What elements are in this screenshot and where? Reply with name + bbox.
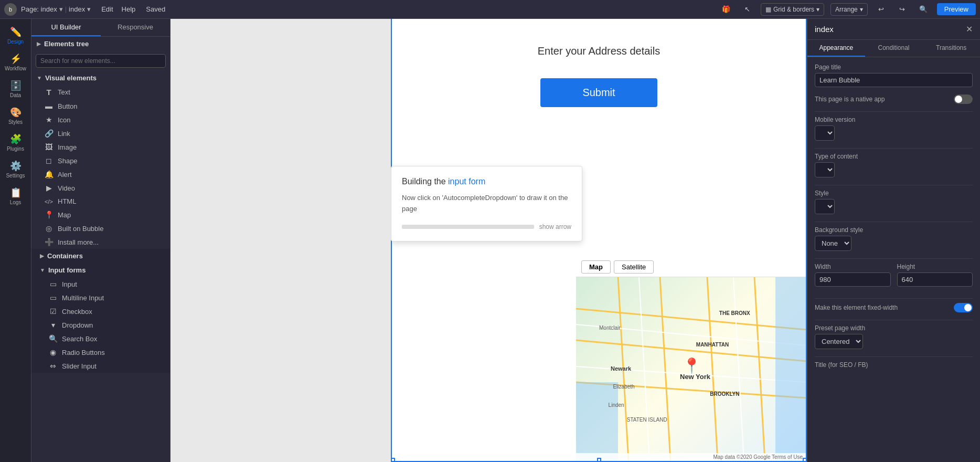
input-forms-header[interactable]: ▼ Input forms xyxy=(31,263,170,277)
left-panel: UI Builder Responsive ▶ Elements tree ▼ … xyxy=(31,19,171,462)
elements-tree-header[interactable]: ▶ Elements tree xyxy=(31,37,170,51)
map-pin: 📍 xyxy=(683,357,701,374)
main-area: ✏️ Design ⚡ Workflow 🗄️ Data 🎨 Styles 🧩 … xyxy=(0,19,980,462)
tab-transitions[interactable]: Transitions xyxy=(922,40,980,57)
redo-btn[interactable]: ↪ xyxy=(895,2,910,17)
input-forms-label: Input forms xyxy=(48,266,86,274)
chevron-down-icon: ▼ xyxy=(37,75,42,81)
element-slider-input[interactable]: ⇔ Slider Input xyxy=(31,359,170,373)
page-select-value[interactable]: index xyxy=(69,5,85,13)
map-tab-map[interactable]: Map xyxy=(581,260,611,274)
search-btn[interactable]: 🔍 xyxy=(916,2,931,17)
cursor-icon-btn[interactable]: ↖ xyxy=(740,2,754,17)
preset-page-width-select[interactable]: Centered xyxy=(815,334,863,349)
page-title-input[interactable] xyxy=(815,73,973,87)
element-image[interactable]: 🖼 Image xyxy=(31,140,170,154)
sidebar-item-data[interactable]: 🗄️ Data xyxy=(2,77,29,101)
submit-btn[interactable]: Submit xyxy=(540,78,657,107)
containers-label: Containers xyxy=(47,252,83,260)
page-selector[interactable]: Page: index ▾ | index ▾ xyxy=(21,5,91,13)
element-search-box[interactable]: 🔍 Search Box xyxy=(31,332,170,345)
element-map[interactable]: 📍 Map xyxy=(31,208,170,222)
sidebar-item-settings[interactable]: ⚙️ Settings xyxy=(2,157,29,182)
field-title-seo: Title (for SEO / FB) xyxy=(815,361,973,369)
undo-btn[interactable]: ↩ xyxy=(874,2,889,17)
map-label-manhattan: MANHATTAN xyxy=(696,342,729,348)
tab-conditional[interactable]: Conditional xyxy=(865,40,923,57)
chevron-right-icon: ▶ xyxy=(37,41,41,47)
help-menu[interactable]: Help xyxy=(122,5,136,13)
element-html[interactable]: </> HTML xyxy=(31,195,170,208)
map-label-newark: Newark xyxy=(611,365,631,372)
fixed-width-toggle[interactable] xyxy=(954,303,973,312)
chevron-down-icon: ▾ xyxy=(860,6,863,13)
element-video[interactable]: ▶ Video xyxy=(31,181,170,195)
divider xyxy=(815,356,973,357)
native-app-toggle[interactable] xyxy=(954,94,973,104)
element-text[interactable]: T Text xyxy=(31,85,170,99)
map-footer: Map data ©2020 Google Terms of Use xyxy=(576,453,807,461)
mobile-version-select[interactable] xyxy=(815,125,835,141)
field-style: Style xyxy=(815,190,973,214)
tab-appearance[interactable]: Appearance xyxy=(807,40,865,57)
bg-style-label: Background style xyxy=(815,226,973,234)
tab-responsive[interactable]: Responsive xyxy=(101,19,170,36)
map-label-staten-island: STATEN ISLAND xyxy=(627,417,667,423)
elements-tree-label: Elements tree xyxy=(44,40,89,48)
arrange-btn[interactable]: Arrange ▾ xyxy=(830,3,868,16)
element-icon[interactable]: ★ Icon xyxy=(31,113,170,127)
visual-elements-header[interactable]: ▼ Visual elements xyxy=(31,71,170,85)
sidebar-item-styles[interactable]: 🎨 Styles xyxy=(2,103,29,128)
svg-rect-11 xyxy=(576,382,618,461)
element-shape[interactable]: ◻ Shape xyxy=(31,154,170,167)
close-icon[interactable]: ✕ xyxy=(966,24,973,34)
element-label: Shape xyxy=(58,157,78,165)
preset-page-width-label: Preset page width xyxy=(815,324,973,332)
divider xyxy=(815,320,973,320)
field-height: Height xyxy=(897,263,973,287)
element-input[interactable]: ▭ Input xyxy=(31,277,170,291)
edit-menu[interactable]: Edit xyxy=(101,5,113,13)
element-dropdown[interactable]: ▾ Dropdown xyxy=(31,318,170,332)
element-radio-buttons[interactable]: ◉ Radio Buttons xyxy=(31,345,170,359)
element-link[interactable]: 🔗 Link xyxy=(31,127,170,140)
tab-ui-builder[interactable]: UI Builder xyxy=(31,19,101,36)
sidebar-item-label: Plugins xyxy=(7,146,24,152)
element-label: Radio Buttons xyxy=(62,349,105,356)
tooltip-input-bar xyxy=(402,225,534,229)
rp-header: index ✕ xyxy=(807,19,980,40)
sidebar-item-logs[interactable]: 📋 Logs xyxy=(2,184,29,208)
bg-style-select[interactable]: None xyxy=(815,236,851,251)
gift-icon-btn[interactable]: 🎁 xyxy=(719,2,733,17)
element-label: Built on Bubble xyxy=(58,225,103,233)
element-built-on-bubble[interactable]: ◎ Built on Bubble xyxy=(31,222,170,235)
shape-element-icon: ◻ xyxy=(44,156,54,165)
sidebar-item-design[interactable]: ✏️ Design xyxy=(2,23,29,48)
sidebar-item-workflow[interactable]: ⚡ Workflow xyxy=(2,50,29,75)
grid-borders-btn[interactable]: ▦ Grid & borders ▾ xyxy=(761,3,824,16)
width-input[interactable] xyxy=(815,272,891,287)
submit-btn-wrapper: Submit xyxy=(401,78,796,107)
preview-btn[interactable]: Preview xyxy=(937,3,976,15)
containers-header[interactable]: ▶ Containers xyxy=(31,249,170,263)
visual-elements-label: Visual elements xyxy=(45,74,97,82)
map-container: Map Satellite xyxy=(576,257,807,462)
style-select[interactable] xyxy=(815,199,835,214)
element-install-more[interactable]: ➕ Install more... xyxy=(31,235,170,249)
map-label-elizabeth: Elizabeth xyxy=(613,384,634,390)
height-input[interactable] xyxy=(897,272,973,287)
type-content-select[interactable] xyxy=(815,162,835,177)
title-seo-label: Title (for SEO / FB) xyxy=(815,361,973,369)
element-button[interactable]: ▬ Button xyxy=(31,99,170,113)
element-multiline-input[interactable]: ▭ Multiline Input xyxy=(31,291,170,304)
element-checkbox[interactable]: ☑ Checkbox xyxy=(31,304,170,318)
element-label: Text xyxy=(58,88,70,96)
element-alert[interactable]: 🔔 Alert xyxy=(31,167,170,181)
sidebar-item-plugins[interactable]: 🧩 Plugins xyxy=(2,130,29,155)
search-input[interactable] xyxy=(36,54,166,68)
sidebar-item-label: Styles xyxy=(8,119,23,125)
page-select-sep: | xyxy=(65,5,67,13)
svg-line-5 xyxy=(707,277,718,461)
sidebar-item-label: Logs xyxy=(10,200,22,205)
map-tab-satellite[interactable]: Satellite xyxy=(614,260,654,274)
